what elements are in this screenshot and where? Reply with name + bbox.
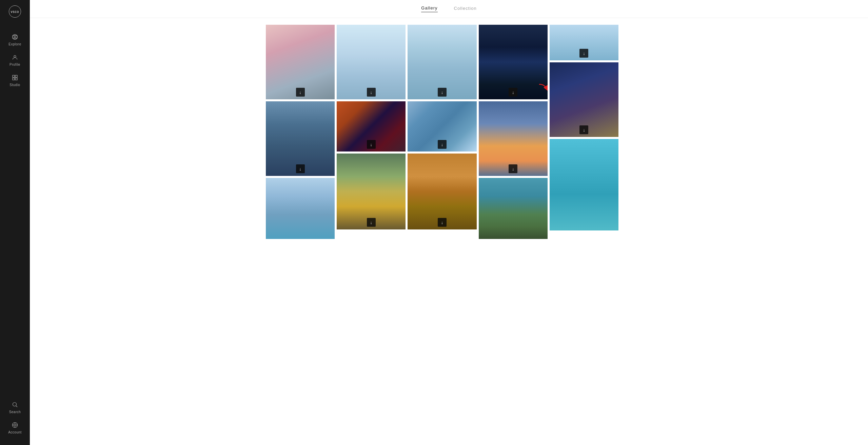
arrow-annotation xyxy=(537,81,548,99)
gallery-col-4: ↓ ↓ xyxy=(479,25,548,239)
download-cherry[interactable]: ↓ xyxy=(296,88,305,97)
photo-rainbow[interactable]: ↓ xyxy=(337,154,406,229)
svg-rect-3 xyxy=(13,75,15,77)
svg-rect-6 xyxy=(15,78,17,80)
download-night[interactable]: ↓ xyxy=(509,88,517,97)
photo-mosaic[interactable]: ↓ xyxy=(408,101,476,151)
download-ice1[interactable]: ↓ xyxy=(579,49,588,58)
logo-text: vsco xyxy=(11,10,19,14)
download-mosaic[interactable]: ↓ xyxy=(438,140,447,149)
explore-icon xyxy=(12,34,18,41)
photo-night[interactable]: ↓ xyxy=(479,25,548,99)
gallery-col-2: ↓ ↓ ↓ xyxy=(337,25,406,239)
sidebar-item-profile[interactable]: Profile xyxy=(8,52,21,69)
photo-snow2[interactable]: ↓ xyxy=(408,25,476,99)
photo-collage[interactable]: ↓ xyxy=(337,101,406,151)
sidebar-item-explore-label: Explore xyxy=(8,42,21,46)
photo-water[interactable] xyxy=(550,139,618,230)
photo-cherry[interactable]: ↓ xyxy=(266,25,335,99)
photo-ice1[interactable]: ↓ xyxy=(550,25,618,60)
gallery-col-3: ↓ ↓ ↓ xyxy=(408,25,476,239)
svg-line-8 xyxy=(16,406,17,407)
photo-ocean[interactable]: ↓ xyxy=(266,101,335,176)
svg-point-10 xyxy=(14,424,16,426)
sidebar-item-account-label: Account xyxy=(8,430,22,434)
tab-gallery[interactable]: Gallery xyxy=(421,5,437,12)
sidebar-item-search[interactable]: Search xyxy=(8,399,22,417)
photo-snow1[interactable]: ↓ xyxy=(337,25,406,99)
svg-point-7 xyxy=(13,403,16,406)
download-snow2[interactable]: ↓ xyxy=(438,88,447,97)
download-ocean[interactable]: ↓ xyxy=(296,164,305,173)
search-icon xyxy=(12,402,18,409)
account-icon xyxy=(12,422,18,429)
sidebar-item-studio[interactable]: Studio xyxy=(8,72,21,89)
svg-rect-4 xyxy=(15,75,17,77)
studio-icon xyxy=(12,75,18,82)
gallery-col-5: ↓ ↓ xyxy=(550,25,618,239)
svg-point-2 xyxy=(14,56,16,58)
photo-clouds[interactable] xyxy=(266,178,335,239)
sidebar-item-studio-label: Studio xyxy=(9,83,20,87)
sidebar-bottom: Search Account xyxy=(8,399,22,437)
sidebar-item-explore[interactable]: Explore xyxy=(8,31,21,49)
sidebar-nav: Explore Profile Studio xyxy=(8,31,21,399)
svg-rect-5 xyxy=(13,78,15,80)
profile-icon xyxy=(12,54,18,61)
photo-bubbles[interactable]: ↓ xyxy=(550,62,618,137)
download-rainbow[interactable]: ↓ xyxy=(367,218,376,227)
gallery-columns: ↓ ↓ ↓ ↓ ↓ xyxy=(212,25,686,239)
sidebar-item-account[interactable]: Account xyxy=(8,419,22,437)
sidebar-item-profile-label: Profile xyxy=(9,63,20,66)
main-content: Gallery Collection ↓ ↓ ↓ xyxy=(30,0,868,445)
photo-autumn[interactable]: ↓ xyxy=(408,154,476,229)
download-autumn[interactable]: ↓ xyxy=(438,218,447,227)
gallery-wrapper: ↓ ↓ ↓ ↓ ↓ xyxy=(30,18,868,246)
download-sunset[interactable]: ↓ xyxy=(509,164,517,173)
sidebar: vsco Explore Profile xyxy=(0,0,30,445)
gallery-col-1: ↓ ↓ xyxy=(266,25,335,239)
download-collage[interactable]: ↓ xyxy=(367,140,376,149)
download-snow1[interactable]: ↓ xyxy=(367,88,376,97)
sidebar-item-search-label: Search xyxy=(9,410,21,414)
vsco-logo[interactable]: vsco xyxy=(9,5,21,18)
download-bubbles[interactable]: ↓ xyxy=(579,125,588,134)
photo-sunset[interactable]: ↓ xyxy=(479,101,548,176)
tab-collection[interactable]: Collection xyxy=(454,6,477,12)
tabs-bar: Gallery Collection xyxy=(30,0,868,18)
photo-trees[interactable] xyxy=(479,178,548,239)
